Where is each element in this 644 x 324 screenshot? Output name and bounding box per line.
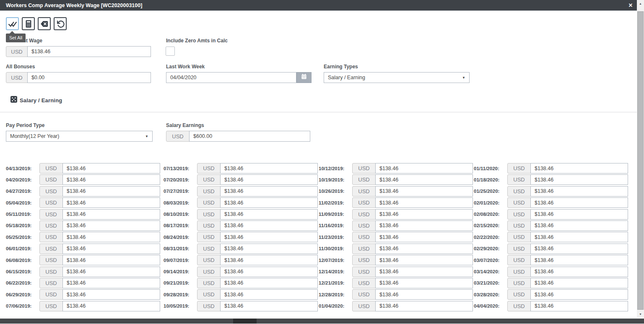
wage-row: 07/06/2019:USD: [6, 301, 160, 311]
wage-amount-input[interactable]: [375, 232, 473, 242]
wage-amount-input[interactable]: [530, 220, 628, 231]
currency-prefix: USD: [507, 289, 531, 300]
wage-amount-input[interactable]: [220, 267, 318, 277]
wage-date-label: 08/24/2019:: [164, 235, 197, 240]
constant-wage-input[interactable]: [27, 46, 151, 57]
wage-amount-field: USD: [197, 289, 318, 300]
wage-amount-input[interactable]: [220, 197, 318, 208]
wage-amount-input[interactable]: [375, 163, 473, 174]
wage-amount-input[interactable]: [375, 186, 473, 197]
wage-amount-input[interactable]: [530, 301, 628, 311]
wage-row: 02/08/2020:USD: [474, 209, 628, 220]
wage-date-label: 06/08/2019:: [6, 258, 39, 263]
wage-amount-input[interactable]: [220, 186, 318, 197]
wage-amount-input[interactable]: [62, 163, 160, 174]
wage-amount-input[interactable]: [375, 267, 473, 277]
wage-amount-input[interactable]: [62, 267, 160, 277]
currency-prefix: USD: [39, 209, 63, 220]
wage-amount-input[interactable]: [220, 255, 318, 265]
wage-amount-input[interactable]: [375, 301, 473, 311]
wage-amount-input[interactable]: [62, 289, 160, 300]
wage-amount-input[interactable]: [220, 244, 318, 254]
wage-amount-input[interactable]: [220, 209, 318, 220]
wage-amount-input[interactable]: [530, 232, 628, 242]
wage-amount-input[interactable]: [62, 255, 160, 265]
wage-row: 03/28/2020:USD: [474, 289, 628, 300]
wage-amount-input[interactable]: [375, 220, 473, 231]
currency-prefix: USD: [352, 289, 376, 300]
wage-row: 04/04/2020:USD: [474, 301, 628, 311]
pay-period-type-select[interactable]: Monthly(12 Per Year) ▼: [6, 131, 153, 142]
last-work-week-input[interactable]: [166, 72, 296, 83]
wage-date-label: 07/27/2019:: [164, 189, 197, 194]
earning-types-select[interactable]: Salary / Earning ▼: [324, 72, 470, 83]
wage-amount-input[interactable]: [220, 301, 318, 311]
wage-amount-field: USD: [39, 220, 160, 231]
undo-button[interactable]: [54, 17, 67, 30]
wage-date-label: 06/22/2019:: [6, 280, 39, 285]
currency-prefix: USD: [39, 289, 63, 300]
currency-prefix: USD: [39, 197, 63, 208]
wage-row: 01/25/2020:USD: [474, 186, 628, 197]
salary-earnings-input[interactable]: [189, 131, 310, 142]
wage-amount-input[interactable]: [530, 267, 628, 277]
wage-amount-input[interactable]: [220, 289, 318, 300]
wage-amount-input[interactable]: [62, 232, 160, 242]
wage-amount-input[interactable]: [530, 163, 628, 174]
wage-amount-input[interactable]: [220, 278, 318, 288]
wage-amount-input[interactable]: [375, 174, 473, 185]
horizontal-scrollbar-thumb[interactable]: [233, 319, 257, 324]
wage-amount-input[interactable]: [530, 186, 628, 197]
wage-amount-input[interactable]: [375, 289, 473, 300]
wage-amount-input[interactable]: [220, 174, 318, 185]
wage-date-label: 10/26/2019:: [319, 189, 352, 194]
wage-amount-input[interactable]: [530, 197, 628, 208]
calculator-button[interactable]: [22, 17, 35, 30]
toolbar: [6, 17, 67, 30]
close-icon[interactable]: ×: [626, 1, 635, 10]
wage-amount-input[interactable]: [375, 244, 473, 254]
clear-button[interactable]: [38, 17, 51, 30]
wage-amount-field: USD: [197, 244, 318, 254]
currency-prefix: USD: [352, 174, 376, 185]
wage-amount-input[interactable]: [375, 255, 473, 265]
wage-amount-input[interactable]: [62, 197, 160, 208]
wage-amount-input[interactable]: [530, 209, 628, 220]
wage-amount-input[interactable]: [62, 301, 160, 311]
scroll-up-icon[interactable]: ▲: [637, 0, 644, 7]
calendar-button[interactable]: [296, 72, 312, 83]
wage-amount-input[interactable]: [62, 220, 160, 231]
wage-amount-input[interactable]: [220, 163, 318, 174]
wage-amount-input[interactable]: [62, 278, 160, 288]
wage-amount-field: USD: [352, 197, 473, 208]
scroll-down-icon[interactable]: ▼: [637, 311, 644, 318]
set-all-button[interactable]: [6, 17, 19, 30]
wage-amount-input[interactable]: [62, 186, 160, 197]
wage-amount-field: USD: [507, 255, 628, 265]
wage-amount-input[interactable]: [375, 197, 473, 208]
wage-amount-input[interactable]: [375, 278, 473, 288]
wage-amount-input[interactable]: [530, 174, 628, 185]
currency-prefix: USD: [39, 244, 63, 254]
currency-prefix: USD: [507, 186, 531, 197]
currency-prefix: USD: [507, 244, 531, 254]
wage-amount-input[interactable]: [62, 244, 160, 254]
currency-prefix: USD: [352, 163, 376, 174]
vertical-scrollbar-thumb[interactable]: [637, 11, 644, 310]
include-zero-checkbox[interactable]: [166, 47, 175, 56]
wage-date-label: 04/04/2020:: [474, 303, 507, 308]
wage-amount-input[interactable]: [220, 220, 318, 231]
all-bonuses-input[interactable]: [27, 72, 151, 83]
wage-amount-input[interactable]: [530, 244, 628, 254]
wage-row: 12/28/2019:USD: [319, 289, 473, 300]
wage-amount-input[interactable]: [530, 278, 628, 288]
wage-amount-input[interactable]: [62, 209, 160, 220]
wage-amount-input[interactable]: [530, 255, 628, 265]
wage-amount-field: USD: [352, 232, 473, 242]
wage-amount-input[interactable]: [62, 174, 160, 185]
wage-amount-input[interactable]: [375, 209, 473, 220]
currency-prefix: USD: [352, 278, 376, 288]
wage-amount-input[interactable]: [530, 289, 628, 300]
wage-amount-input[interactable]: [220, 232, 318, 242]
wage-amount-field: USD: [507, 278, 628, 288]
